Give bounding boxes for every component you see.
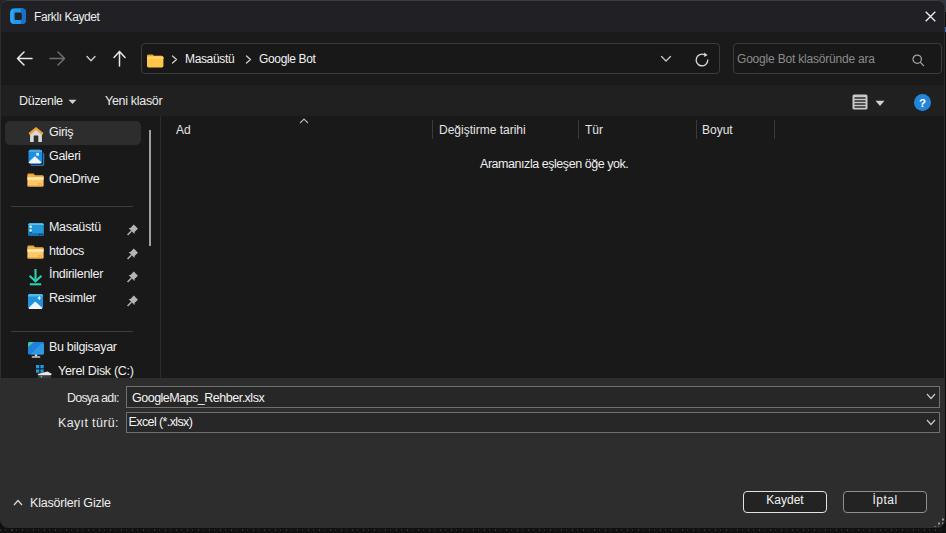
svg-text:?: ? bbox=[919, 97, 926, 109]
